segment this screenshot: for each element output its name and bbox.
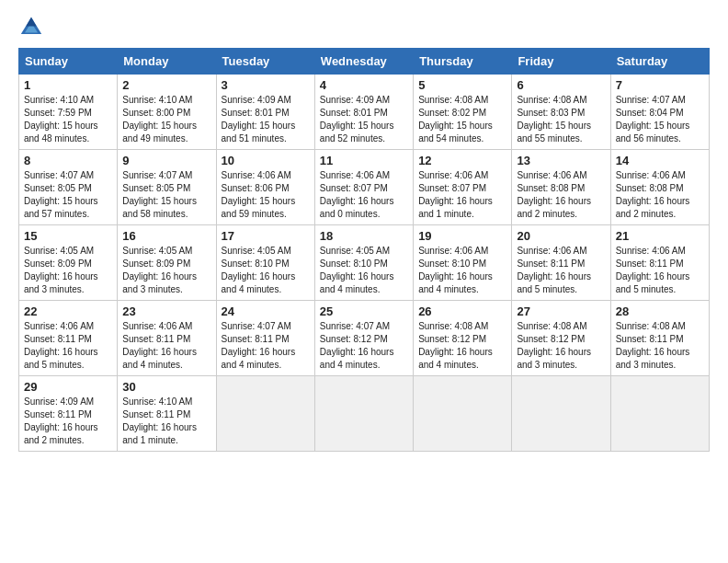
calendar-cell: 13Sunrise: 4:06 AM Sunset: 8:08 PM Dayli… bbox=[512, 150, 610, 225]
day-number: 22 bbox=[24, 304, 112, 318]
calendar-cell: 27Sunrise: 4:08 AM Sunset: 8:12 PM Dayli… bbox=[512, 301, 610, 376]
day-detail: Sunrise: 4:10 AM Sunset: 7:59 PM Dayligh… bbox=[24, 94, 112, 145]
day-number: 23 bbox=[122, 304, 210, 318]
calendar-cell: 28Sunrise: 4:08 AM Sunset: 8:11 PM Dayli… bbox=[610, 301, 709, 376]
day-number: 20 bbox=[517, 229, 605, 243]
calendar-week-3: 15Sunrise: 4:05 AM Sunset: 8:09 PM Dayli… bbox=[19, 225, 710, 301]
calendar-cell: 5Sunrise: 4:08 AM Sunset: 8:02 PM Daylig… bbox=[414, 75, 512, 150]
calendar-cell bbox=[610, 376, 709, 452]
day-number: 25 bbox=[320, 304, 408, 318]
calendar-cell: 8Sunrise: 4:07 AM Sunset: 8:05 PM Daylig… bbox=[19, 150, 118, 225]
day-number: 27 bbox=[517, 304, 605, 318]
day-number: 18 bbox=[320, 229, 408, 243]
day-detail: Sunrise: 4:06 AM Sunset: 8:11 PM Dayligh… bbox=[122, 320, 210, 372]
calendar-cell: 4Sunrise: 4:09 AM Sunset: 8:01 PM Daylig… bbox=[314, 75, 413, 150]
day-number: 29 bbox=[24, 380, 112, 394]
calendar-cell: 19Sunrise: 4:06 AM Sunset: 8:10 PM Dayli… bbox=[414, 225, 512, 301]
day-detail: Sunrise: 4:09 AM Sunset: 8:11 PM Dayligh… bbox=[24, 396, 112, 447]
calendar-week-5: 29Sunrise: 4:09 AM Sunset: 8:11 PM Dayli… bbox=[19, 376, 710, 452]
day-number: 2 bbox=[122, 78, 210, 92]
day-detail: Sunrise: 4:06 AM Sunset: 8:07 PM Dayligh… bbox=[320, 169, 408, 221]
calendar-header-saturday: Saturday bbox=[610, 49, 709, 75]
day-detail: Sunrise: 4:05 AM Sunset: 8:09 PM Dayligh… bbox=[122, 245, 210, 296]
day-detail: Sunrise: 4:06 AM Sunset: 8:11 PM Dayligh… bbox=[517, 245, 605, 296]
day-detail: Sunrise: 4:07 AM Sunset: 8:05 PM Dayligh… bbox=[24, 169, 112, 221]
day-detail: Sunrise: 4:07 AM Sunset: 8:05 PM Dayligh… bbox=[122, 169, 210, 221]
calendar-cell: 2Sunrise: 4:10 AM Sunset: 8:00 PM Daylig… bbox=[118, 75, 216, 150]
calendar-header-thursday: Thursday bbox=[414, 49, 512, 75]
day-detail: Sunrise: 4:06 AM Sunset: 8:11 PM Dayligh… bbox=[24, 320, 112, 372]
day-number: 12 bbox=[418, 154, 506, 167]
day-number: 16 bbox=[122, 229, 210, 243]
day-detail: Sunrise: 4:08 AM Sunset: 8:03 PM Dayligh… bbox=[517, 94, 605, 145]
day-detail: Sunrise: 4:07 AM Sunset: 8:11 PM Dayligh… bbox=[222, 320, 310, 372]
calendar-cell: 10Sunrise: 4:06 AM Sunset: 8:06 PM Dayli… bbox=[216, 150, 314, 225]
calendar-header-tuesday: Tuesday bbox=[216, 49, 314, 75]
calendar-week-2: 8Sunrise: 4:07 AM Sunset: 8:05 PM Daylig… bbox=[19, 150, 710, 225]
day-detail: Sunrise: 4:06 AM Sunset: 8:07 PM Dayligh… bbox=[418, 169, 506, 221]
calendar-cell: 25Sunrise: 4:07 AM Sunset: 8:12 PM Dayli… bbox=[314, 301, 413, 376]
calendar-cell: 17Sunrise: 4:05 AM Sunset: 8:10 PM Dayli… bbox=[216, 225, 314, 301]
calendar-header-row: SundayMondayTuesdayWednesdayThursdayFrid… bbox=[19, 49, 710, 75]
calendar-header-sunday: Sunday bbox=[19, 49, 118, 75]
calendar-cell: 11Sunrise: 4:06 AM Sunset: 8:07 PM Dayli… bbox=[314, 150, 413, 225]
calendar-cell: 9Sunrise: 4:07 AM Sunset: 8:05 PM Daylig… bbox=[118, 150, 216, 225]
day-detail: Sunrise: 4:10 AM Sunset: 8:00 PM Dayligh… bbox=[122, 94, 210, 145]
calendar-header-friday: Friday bbox=[512, 49, 610, 75]
day-number: 8 bbox=[24, 154, 112, 167]
day-detail: Sunrise: 4:06 AM Sunset: 8:10 PM Dayligh… bbox=[418, 245, 506, 296]
day-number: 9 bbox=[122, 154, 210, 167]
day-number: 26 bbox=[418, 304, 506, 318]
day-detail: Sunrise: 4:08 AM Sunset: 8:12 PM Dayligh… bbox=[418, 320, 506, 372]
day-detail: Sunrise: 4:08 AM Sunset: 8:02 PM Dayligh… bbox=[418, 94, 506, 145]
logo-icon bbox=[18, 15, 44, 40]
day-detail: Sunrise: 4:07 AM Sunset: 8:12 PM Dayligh… bbox=[320, 320, 408, 372]
calendar-header-monday: Monday bbox=[118, 49, 216, 75]
svg-marker-2 bbox=[26, 17, 36, 27]
day-number: 14 bbox=[616, 154, 704, 167]
day-number: 24 bbox=[222, 304, 310, 318]
calendar-cell: 7Sunrise: 4:07 AM Sunset: 8:04 PM Daylig… bbox=[610, 75, 709, 150]
day-number: 19 bbox=[418, 229, 506, 243]
day-number: 1 bbox=[24, 78, 112, 92]
day-detail: Sunrise: 4:05 AM Sunset: 8:10 PM Dayligh… bbox=[320, 245, 408, 296]
day-detail: Sunrise: 4:05 AM Sunset: 8:09 PM Dayligh… bbox=[24, 245, 112, 296]
calendar-cell: 1Sunrise: 4:10 AM Sunset: 7:59 PM Daylig… bbox=[19, 75, 118, 150]
logo bbox=[18, 15, 50, 40]
day-detail: Sunrise: 4:10 AM Sunset: 8:11 PM Dayligh… bbox=[122, 396, 210, 447]
calendar-cell: 22Sunrise: 4:06 AM Sunset: 8:11 PM Dayli… bbox=[19, 301, 118, 376]
calendar-week-1: 1Sunrise: 4:10 AM Sunset: 7:59 PM Daylig… bbox=[19, 75, 710, 150]
day-number: 21 bbox=[616, 229, 704, 243]
header bbox=[18, 15, 710, 40]
calendar-cell: 23Sunrise: 4:06 AM Sunset: 8:11 PM Dayli… bbox=[118, 301, 216, 376]
day-detail: Sunrise: 4:07 AM Sunset: 8:04 PM Dayligh… bbox=[616, 94, 704, 145]
page: SundayMondayTuesdayWednesdayThursdayFrid… bbox=[0, 0, 728, 466]
day-number: 3 bbox=[222, 78, 310, 92]
day-number: 10 bbox=[222, 154, 310, 167]
calendar-cell bbox=[314, 376, 413, 452]
calendar-cell: 15Sunrise: 4:05 AM Sunset: 8:09 PM Dayli… bbox=[19, 225, 118, 301]
day-number: 11 bbox=[320, 154, 408, 167]
day-detail: Sunrise: 4:05 AM Sunset: 8:10 PM Dayligh… bbox=[222, 245, 310, 296]
calendar-cell bbox=[216, 376, 314, 452]
calendar-cell: 24Sunrise: 4:07 AM Sunset: 8:11 PM Dayli… bbox=[216, 301, 314, 376]
day-detail: Sunrise: 4:08 AM Sunset: 8:12 PM Dayligh… bbox=[517, 320, 605, 372]
day-number: 17 bbox=[222, 229, 310, 243]
calendar-cell: 21Sunrise: 4:06 AM Sunset: 8:11 PM Dayli… bbox=[610, 225, 709, 301]
day-detail: Sunrise: 4:06 AM Sunset: 8:08 PM Dayligh… bbox=[517, 169, 605, 221]
calendar-cell: 30Sunrise: 4:10 AM Sunset: 8:11 PM Dayli… bbox=[118, 376, 216, 452]
day-number: 30 bbox=[122, 380, 210, 394]
day-detail: Sunrise: 4:09 AM Sunset: 8:01 PM Dayligh… bbox=[222, 94, 310, 145]
day-detail: Sunrise: 4:08 AM Sunset: 8:11 PM Dayligh… bbox=[616, 320, 704, 372]
day-number: 5 bbox=[418, 78, 506, 92]
calendar-cell: 6Sunrise: 4:08 AM Sunset: 8:03 PM Daylig… bbox=[512, 75, 610, 150]
calendar-week-4: 22Sunrise: 4:06 AM Sunset: 8:11 PM Dayli… bbox=[19, 301, 710, 376]
calendar-cell: 3Sunrise: 4:09 AM Sunset: 8:01 PM Daylig… bbox=[216, 75, 314, 150]
day-detail: Sunrise: 4:09 AM Sunset: 8:01 PM Dayligh… bbox=[320, 94, 408, 145]
calendar-cell bbox=[414, 376, 512, 452]
calendar-cell: 26Sunrise: 4:08 AM Sunset: 8:12 PM Dayli… bbox=[414, 301, 512, 376]
day-number: 4 bbox=[320, 78, 408, 92]
day-detail: Sunrise: 4:06 AM Sunset: 8:11 PM Dayligh… bbox=[616, 245, 704, 296]
calendar-cell: 14Sunrise: 4:06 AM Sunset: 8:08 PM Dayli… bbox=[610, 150, 709, 225]
day-detail: Sunrise: 4:06 AM Sunset: 8:08 PM Dayligh… bbox=[616, 169, 704, 221]
